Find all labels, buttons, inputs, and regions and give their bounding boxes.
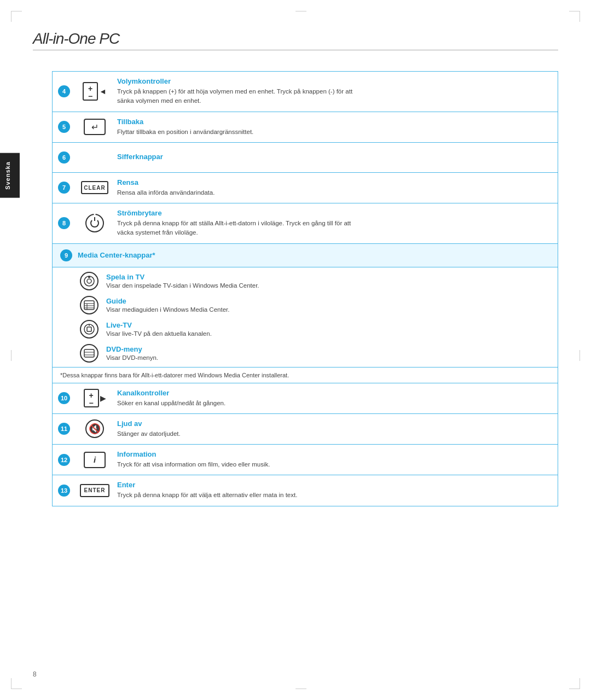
- media-item-text: Guide Visar mediaguiden i Windows Media …: [106, 297, 229, 313]
- guide-svg: [83, 299, 95, 311]
- cell-icon-mute: 🔇: [76, 414, 114, 444]
- back-icon: ↵: [84, 119, 106, 135]
- enter-label: ENTER: [84, 487, 106, 493]
- num-badge-10: 10: [58, 392, 70, 404]
- livetv-icon: [80, 320, 99, 339]
- dvdmenu-svg: [83, 347, 95, 359]
- media-item-desc: Visar DVD-menyn.: [106, 354, 158, 361]
- table-row: 7 CLEAR Rensa Rensa alla införda använda…: [53, 173, 558, 203]
- cell-text-13: Enter Tryck på denna knapp för att välja…: [114, 475, 558, 505]
- media-item-text: Live-TV Visar live-TV på den aktuella ka…: [106, 321, 212, 337]
- plus-sign: +: [88, 85, 92, 92]
- info-icon: i: [84, 452, 106, 468]
- media-section: 9 Media Center-knappar* Spela in TV: [53, 244, 558, 383]
- cell-num-7: 7: [53, 173, 76, 203]
- item-desc-12: Tryck för att visa information om film, …: [117, 460, 550, 469]
- cell-text-4: Volymkontroller Tryck på knappen (+) för…: [114, 72, 558, 112]
- media-item-text: Spela in TV Visar den inspelade TV-sidan…: [106, 273, 259, 289]
- record-tv-svg: [83, 275, 95, 287]
- side-right: [580, 350, 580, 361]
- item-title-10: Kanalkontroller: [117, 389, 550, 397]
- cell-text-7: Rensa Rensa alla införda användarindata.: [114, 173, 558, 203]
- media-item-desc: Visar live-TV på den aktuella kanalen.: [106, 330, 212, 337]
- cell-icon-clear: CLEAR: [76, 173, 114, 203]
- power-line: [94, 217, 95, 221]
- cell-num-4: 4: [53, 72, 76, 112]
- cell-num-6: 6: [53, 143, 76, 172]
- item-desc-10: Söker en kanal uppåt/nedåt åt gången.: [117, 399, 550, 408]
- num-badge-5: 5: [58, 121, 70, 133]
- media-item-title: DVD-meny: [106, 345, 158, 353]
- list-item: Guide Visar mediaguiden i Windows Media …: [80, 296, 550, 314]
- media-items: Spela in TV Visar den inspelade TV-sidan…: [53, 267, 558, 367]
- volume-icon: + − ◄: [83, 82, 107, 101]
- media-item-title: Guide: [106, 297, 229, 305]
- corner-bl: [11, 678, 22, 689]
- cell-text-6: Sifferknappar: [114, 143, 558, 172]
- num-badge-4: 4: [58, 85, 70, 97]
- cell-icon-volume: + − ◄: [76, 72, 114, 112]
- num-badge-7: 7: [58, 182, 70, 194]
- page-number: 8: [33, 670, 37, 678]
- item-title-5: Tillbaka: [117, 118, 550, 126]
- enter-icon: ENTER: [80, 484, 109, 497]
- svg-rect-9: [87, 327, 91, 331]
- cell-text-10: Kanalkontroller Söker en kanal uppåt/ned…: [114, 383, 558, 413]
- cell-num-10: 10: [53, 383, 76, 413]
- corner-br: [569, 678, 580, 689]
- list-item: Live-TV Visar live-TV på den aktuella ka…: [80, 320, 550, 339]
- cell-num-13: 13: [53, 475, 76, 505]
- cell-icon-none: [76, 143, 114, 172]
- side-left: [11, 350, 11, 361]
- content-table: 4 + − ◄ Volymkontroller Tryck på knappen…: [52, 71, 558, 506]
- list-item: Spela in TV Visar den inspelade TV-sidan…: [80, 272, 550, 290]
- item-title-8: Strömbrytare: [117, 209, 550, 217]
- cell-text-8: Strömbrytare Tryck på denna knapp för at…: [114, 203, 558, 243]
- main-content: 4 + − ◄ Volymkontroller Tryck på knappen…: [52, 71, 558, 656]
- clear-label: CLEAR: [84, 185, 105, 191]
- cell-icon-back: ↵: [76, 112, 114, 142]
- table-row: 13 ENTER Enter Tryck på denna knapp för …: [53, 475, 558, 505]
- ch-arrow: ▶: [100, 394, 106, 402]
- item-title-7: Rensa: [117, 178, 550, 186]
- mute-icon: 🔇: [85, 419, 104, 438]
- media-item-desc: Visar mediaguiden i Windows Media Center…: [106, 306, 229, 313]
- cell-text-11: Ljud av Stänger av datorljudet.: [114, 414, 558, 444]
- table-row: 12 i Information Tryck för att visa info…: [53, 445, 558, 475]
- corner-tl: [11, 11, 22, 22]
- media-item-title: Live-TV: [106, 321, 212, 329]
- svg-rect-11: [84, 349, 94, 357]
- item-desc-4: Tryck på knappen (+) för att höja volyme…: [117, 87, 550, 106]
- cell-icon-channel: + − ▶: [76, 383, 114, 413]
- minus-sign: −: [88, 92, 92, 100]
- cell-text-12: Information Tryck för att visa informati…: [114, 445, 558, 475]
- item-title-4: Volymkontroller: [117, 77, 550, 85]
- media-title: Media Center-knappar*: [78, 251, 155, 259]
- vol-box: + −: [83, 82, 98, 101]
- sidebar-label: Svenska: [0, 153, 20, 198]
- power-circle: [90, 219, 99, 228]
- dvdmenu-icon: [80, 344, 99, 363]
- media-item-desc: Visar den inspelade TV-sidan i Windows M…: [106, 282, 259, 289]
- num-badge-12: 12: [58, 454, 70, 466]
- cell-num-8: 8: [53, 203, 76, 243]
- cell-text-5: Tillbaka Flyttar tillbaka en position i …: [114, 112, 558, 142]
- item-desc-8: Tryck på denna knapp för att ställa Allt…: [117, 219, 550, 238]
- channel-icon: + − ▶: [84, 389, 106, 407]
- guide-icon: [80, 296, 99, 314]
- item-desc-7: Rensa alla införda användarindata.: [117, 188, 550, 197]
- item-title-11: Ljud av: [117, 419, 550, 428]
- item-desc-13: Tryck på denna knapp för att välja ett a…: [117, 491, 550, 500]
- table-row: 6 Sifferknappar: [53, 143, 558, 173]
- cell-num-12: 12: [53, 445, 76, 475]
- cell-num-5: 5: [53, 112, 76, 142]
- side-bottom: [296, 689, 306, 689]
- clear-icon: CLEAR: [81, 181, 108, 194]
- table-row: 11 🔇 Ljud av Stänger av datorljudet.: [53, 414, 558, 445]
- side-top: [296, 11, 306, 11]
- svg-rect-2: [88, 276, 90, 278]
- item-title-12: Information: [117, 450, 550, 458]
- num-badge-13: 13: [58, 485, 70, 497]
- num-badge-6: 6: [58, 151, 70, 164]
- vol-arrow-icon: ◄: [99, 87, 107, 96]
